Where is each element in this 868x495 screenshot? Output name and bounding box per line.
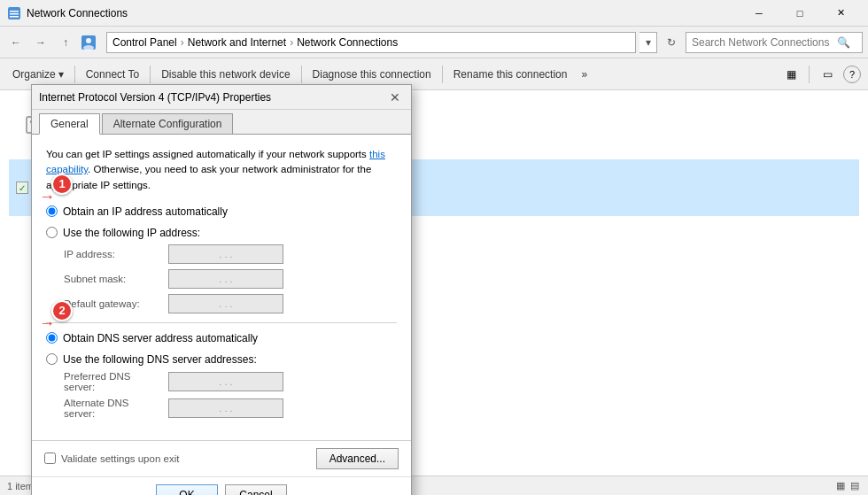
pane-toggle-button[interactable]: ▭ — [815, 62, 840, 87]
breadcrumb-part3: Network Connections — [297, 36, 398, 49]
toolbar-separator-5 — [809, 66, 810, 83]
preferred-dns-input[interactable] — [168, 372, 283, 391]
grid-view-icon[interactable]: ▦ — [834, 478, 847, 493]
ok-button[interactable]: OK — [156, 484, 218, 495]
rename-button[interactable]: Rename this connection — [448, 62, 573, 87]
search-box[interactable]: 🔍 — [686, 32, 863, 53]
forward-button[interactable]: → — [30, 32, 51, 53]
wifi-checkbox: ✓ — [16, 182, 28, 194]
toolbar-separator-3 — [301, 66, 302, 83]
tab-general[interactable]: General — [39, 113, 100, 135]
address-dropdown[interactable]: ▾ — [639, 32, 657, 53]
svg-point-6 — [83, 45, 94, 50]
dialog-title-bar: Internet Protocol Version 4 (TCP/IPv4) P… — [32, 85, 411, 110]
validate-checkbox-item: Validate settings upon exit — [44, 452, 179, 464]
diagnose-label: Diagnose this connection — [313, 68, 431, 81]
validate-checkbox[interactable] — [44, 452, 56, 464]
dialog: Internet Protocol Version 4 (TCP/IPv4) P… — [31, 84, 412, 495]
disable-label: Disable this network device — [161, 68, 290, 81]
arrow-1: → — [39, 188, 55, 206]
diagnose-button[interactable]: Diagnose this connection — [307, 62, 437, 87]
advanced-button[interactable]: Advanced... — [316, 448, 399, 469]
auto-dns-radio[interactable]: Obtain DNS server address automatically — [46, 332, 397, 344]
organize-label: Organize — [12, 68, 56, 81]
status-right: ▦ ▤ — [834, 478, 861, 493]
svg-rect-1 — [10, 11, 19, 12]
subnet-row: Subnet mask: — [64, 269, 397, 289]
window-title: Network Connections — [27, 7, 739, 19]
list-view-icon[interactable]: ▤ — [849, 478, 861, 493]
section-divider — [46, 322, 397, 323]
breadcrumb-part2: Network and Internet — [188, 36, 286, 49]
cancel-button[interactable]: Cancel — [225, 484, 287, 495]
dialog-action-footer: OK Cancel — [32, 476, 411, 495]
alternate-dns-row: Alternate DNS server: — [64, 398, 397, 419]
address-breadcrumb[interactable]: Control Panel › Network and Internet › N… — [106, 32, 636, 53]
subnet-label: Subnet mask: — [64, 274, 161, 284]
preferred-dns-row: Preferred DNS server: — [64, 371, 397, 392]
gateway-input[interactable] — [168, 294, 283, 313]
alternate-dns-label: Alternate DNS server: — [64, 398, 161, 419]
svg-rect-2 — [10, 13, 19, 15]
ip-form: IP address: Subnet mask: Default gateway… — [64, 244, 397, 313]
organize-dropdown-icon: ▾ — [58, 68, 64, 81]
toolbar-separator-4 — [442, 66, 443, 83]
ip-address-label: IP address: — [64, 249, 161, 259]
rename-label: Rename this connection — [453, 68, 568, 81]
toolbar-separator-1 — [74, 66, 75, 83]
subnet-input[interactable] — [168, 269, 283, 289]
close-button[interactable]: ✕ — [820, 0, 861, 27]
dialog-footer: Validate settings upon exit Advanced... — [32, 440, 411, 476]
address-bar: ← → ↑ Control Panel › Network and Intern… — [0, 27, 868, 58]
title-bar-icon — [7, 6, 21, 20]
refresh-button[interactable]: ↻ — [661, 32, 682, 53]
dialog-description: You can get IP settings assigned automat… — [46, 147, 397, 193]
back-button[interactable]: ← — [5, 32, 27, 53]
search-icon: 🔍 — [837, 36, 850, 49]
ip-address-input[interactable] — [168, 244, 283, 264]
connect-to-button[interactable]: Connect To — [81, 62, 145, 87]
svg-point-5 — [86, 38, 91, 43]
disable-button[interactable]: Disable this network device — [156, 62, 295, 87]
dns-radio-group: Obtain DNS server address automatically — [46, 332, 397, 344]
window-controls: ─ □ ✕ — [739, 0, 861, 27]
preferred-dns-label: Preferred DNS server: — [64, 371, 161, 392]
svg-rect-3 — [10, 16, 19, 18]
toolbar-separator-2 — [150, 66, 151, 83]
view-toggle-button[interactable]: ▦ — [779, 62, 803, 87]
dialog-close-button[interactable]: ✕ — [386, 89, 404, 106]
auto-ip-label: Obtain an IP address automatically — [63, 205, 228, 218]
gateway-label: Default gateway: — [64, 298, 161, 309]
alternate-dns-input[interactable] — [168, 398, 283, 418]
manual-ip-label: Use the following IP address: — [63, 227, 200, 239]
desc-link[interactable]: this capability — [46, 149, 385, 174]
minimize-button[interactable]: ─ — [739, 0, 779, 27]
organize-button[interactable]: Organize ▾ — [7, 62, 69, 87]
validate-label: Validate settings upon exit — [61, 453, 179, 464]
tab-alternate[interactable]: Alternate Configuration — [102, 113, 234, 134]
auto-ip-radio[interactable]: Obtain an IP address automatically — [46, 205, 397, 218]
dns-form: Preferred DNS server: Alternate DNS serv… — [64, 371, 397, 419]
manual-dns-label: Use the following DNS server addresses: — [63, 353, 257, 366]
manual-dns-radio[interactable]: Use the following DNS server addresses: — [46, 353, 397, 366]
help-button[interactable]: ? — [843, 66, 861, 83]
search-input[interactable] — [692, 36, 833, 49]
ip-address-row: IP address: — [64, 244, 397, 264]
breadcrumb-part1: Control Panel — [112, 36, 177, 49]
up-button[interactable]: ↑ — [55, 32, 76, 53]
ip-radio-group: Obtain an IP address automatically — [46, 205, 397, 218]
auto-dns-label: Obtain DNS server address automatically — [63, 332, 258, 344]
gateway-row: Default gateway: — [64, 294, 397, 313]
connect-to-label: Connect To — [86, 68, 140, 81]
item-count: 1 item — [7, 481, 34, 491]
title-bar: Network Connections ─ □ ✕ — [0, 0, 868, 27]
dialog-body: You can get IP settings assigned automat… — [32, 135, 411, 440]
toolbar-right: ▦ ▭ ? — [779, 62, 861, 87]
dialog-tabs: General Alternate Configuration — [32, 110, 411, 135]
more-options-button[interactable]: » — [576, 62, 593, 87]
manual-ip-radio[interactable]: Use the following IP address: — [46, 227, 397, 239]
arrow-2: → — [39, 314, 55, 333]
dialog-title: Internet Protocol Version 4 (TCP/IPv4) P… — [39, 91, 386, 104]
maximize-button[interactable]: □ — [779, 0, 820, 27]
